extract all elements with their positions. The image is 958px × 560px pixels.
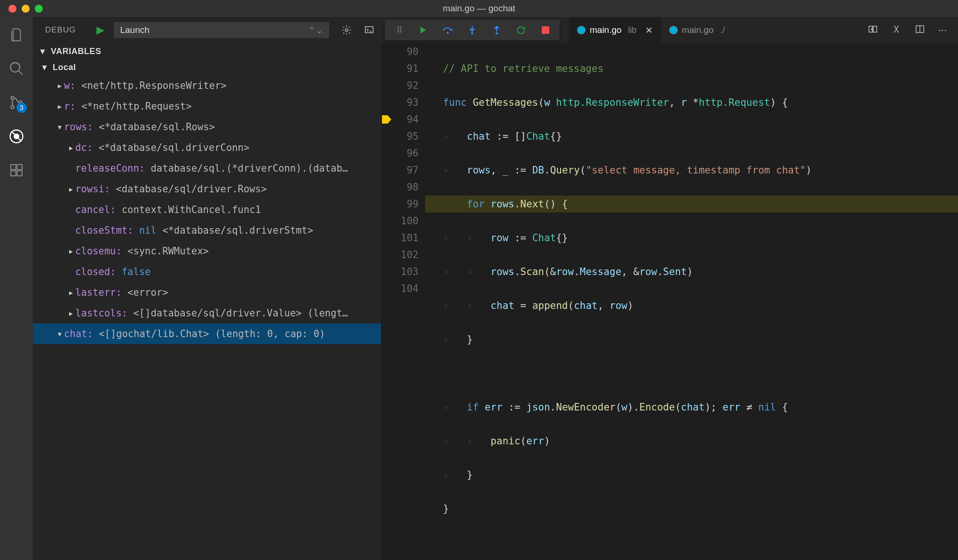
svg-point-2 xyxy=(11,106,14,109)
debug-header: DEBUG ▶ Launch ⌃⌄ xyxy=(33,17,381,43)
chevron-down-icon: ▾ xyxy=(42,62,50,72)
svg-point-10 xyxy=(345,29,348,32)
line-gutter: 90919293949596979899100101102103104 xyxy=(392,43,425,560)
svg-point-14 xyxy=(496,32,498,34)
start-debug-button[interactable]: ▶ xyxy=(96,24,104,36)
tab-main-lib[interactable]: main.go lib ✕ xyxy=(569,17,661,43)
debug-icon[interactable] xyxy=(8,128,25,145)
var-row[interactable]: ▸dc: <*database/sql.driverConn> xyxy=(33,137,381,158)
editor-top: ⠿ xyxy=(381,17,958,43)
step-into-button[interactable] xyxy=(467,24,478,36)
breakpoint-current-icon[interactable] xyxy=(382,115,391,124)
svg-rect-8 xyxy=(11,171,16,176)
svg-point-5 xyxy=(14,134,19,139)
editor-actions: ··· xyxy=(868,24,958,36)
split-icon[interactable] xyxy=(915,24,925,36)
var-row[interactable]: closeStmt: nil <*database/sql.driverStmt… xyxy=(33,220,381,241)
var-row[interactable]: ▸lastcols: <[]database/sql/driver.Value>… xyxy=(33,303,381,323)
scm-icon[interactable]: 3 xyxy=(8,94,25,111)
debug-sidebar: DEBUG ▶ Launch ⌃⌄ ▾ VARIABLES ▾ Loc xyxy=(33,17,381,560)
drag-handle-icon[interactable]: ⠿ xyxy=(393,24,404,36)
chevron-down-icon: ▾ xyxy=(40,46,48,56)
var-row-selected[interactable]: ▾chat: <[]gochat/lib.Chat> (length: 0, c… xyxy=(33,323,381,344)
svg-point-12 xyxy=(447,32,449,34)
diff-icon[interactable] xyxy=(891,24,902,36)
var-row[interactable]: cancel: context.WithCancel.func1 xyxy=(33,199,381,220)
code-editor[interactable]: 90919293949596979899100101102103104 // A… xyxy=(381,43,958,560)
variables-section[interactable]: ▾ VARIABLES xyxy=(33,43,381,59)
step-over-button[interactable] xyxy=(442,24,453,36)
var-row[interactable]: ▸lasterr: <error> xyxy=(33,282,381,303)
extensions-icon[interactable] xyxy=(8,162,25,179)
close-window-button[interactable] xyxy=(8,5,16,13)
compare-icon[interactable] xyxy=(868,24,878,36)
svg-point-13 xyxy=(471,32,473,34)
restart-button[interactable] xyxy=(515,24,527,36)
local-scope[interactable]: ▾ Local xyxy=(33,59,381,75)
window-title: main.go — gochat xyxy=(443,3,515,14)
var-row[interactable]: closed: false xyxy=(33,261,381,282)
debug-console-icon[interactable] xyxy=(364,25,374,35)
svg-point-1 xyxy=(11,96,14,100)
launch-select[interactable]: Launch ⌃⌄ xyxy=(114,22,329,38)
debug-toolbar[interactable]: ⠿ xyxy=(385,20,560,40)
var-row[interactable]: ▸w: <net/http.ResponseWriter> xyxy=(33,75,381,96)
var-row[interactable]: ▾rows: <*database/sql.Rows> xyxy=(33,117,381,137)
step-out-button[interactable] xyxy=(491,24,502,36)
go-file-icon xyxy=(670,26,677,34)
launch-selected: Launch xyxy=(120,25,149,35)
continue-button[interactable] xyxy=(418,24,429,36)
activity-bar: 3 xyxy=(0,17,33,560)
chevron-updown-icon: ⌃⌄ xyxy=(308,25,323,36)
svg-rect-11 xyxy=(365,27,373,33)
minimize-window-button[interactable] xyxy=(22,5,30,13)
gear-icon[interactable] xyxy=(341,25,352,35)
editor-tabs: main.go lib ✕ main.go ./ xyxy=(569,17,733,43)
var-row[interactable]: ▸rowsi: <database/sql/driver.Rows> xyxy=(33,179,381,199)
svg-rect-7 xyxy=(17,165,22,170)
svg-rect-16 xyxy=(873,26,877,32)
svg-rect-6 xyxy=(11,165,16,170)
svg-point-0 xyxy=(10,63,20,72)
titlebar: main.go — gochat xyxy=(0,0,958,17)
svg-rect-9 xyxy=(17,171,22,176)
variables-tree: ▸w: <net/http.ResponseWriter> ▸r: <*net/… xyxy=(33,75,381,344)
stop-button[interactable] xyxy=(540,24,551,36)
explorer-icon[interactable] xyxy=(8,26,25,43)
tab-close-icon[interactable]: ✕ xyxy=(645,25,653,36)
go-file-icon xyxy=(578,26,585,34)
var-row[interactable]: releaseConn: database/sql.(*driverConn).… xyxy=(33,158,381,179)
zoom-window-button[interactable] xyxy=(35,5,43,13)
tab-main-root[interactable]: main.go ./ xyxy=(661,17,734,43)
svg-rect-15 xyxy=(869,26,872,32)
code-body[interactable]: // API to retrieve messages func GetMess… xyxy=(425,43,958,560)
editor-area: ⠿ xyxy=(381,17,958,560)
var-row[interactable]: ▸r: <*net/http.Request> xyxy=(33,96,381,117)
var-row[interactable]: ▸closemu: <sync.RWMutex> xyxy=(33,241,381,261)
scm-badge: 3 xyxy=(16,103,27,113)
debug-title: DEBUG xyxy=(45,25,76,35)
search-icon[interactable] xyxy=(8,60,25,77)
more-icon[interactable]: ··· xyxy=(938,24,947,36)
